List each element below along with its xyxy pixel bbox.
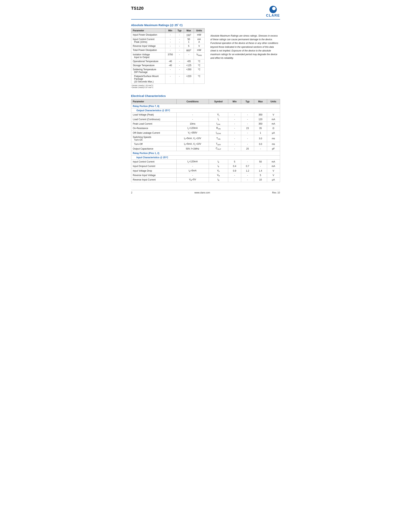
ec-col-sym: Symbol [209, 99, 228, 104]
max-cell: 3.0 [254, 135, 267, 142]
param-cell: Output Capacitance [131, 146, 176, 151]
units-cell: V [267, 113, 280, 117]
svg-point-2 [273, 8, 275, 10]
cond-cell: IL=120mA [176, 159, 209, 164]
max-cell: 1501 [184, 33, 194, 37]
units-cell: °C [194, 74, 205, 84]
ec-section-row: Relay Portion (Pins 7, 8) [131, 104, 280, 109]
table-row: Input Dropout Current - IF 0.4 0.7 - mA [131, 164, 280, 169]
sym-cell: VF [209, 169, 228, 173]
cond-cell: IF=5mA [176, 169, 209, 173]
sym-cell: IR [209, 178, 228, 182]
table-row: Switching Speeds Turn-On IF=5mA, VL=10V … [131, 135, 280, 142]
amr-table-wrap: Parameter Min Typ Max Units Input Power … [131, 28, 205, 88]
min-cell: 0.4 [228, 164, 241, 169]
sym-cell: TON [209, 135, 228, 142]
typ-cell: - [175, 74, 184, 84]
min-cell: 0.9 [228, 169, 241, 173]
typ-cell: - [175, 63, 184, 67]
units-cell: μA [267, 178, 280, 182]
units-cell: VRMS [194, 53, 205, 59]
typ-cell: - [175, 48, 184, 53]
max-cell: +220 [184, 74, 194, 84]
param-cell: Input Control Current Peak (10ms) [131, 37, 165, 44]
max-cell: +260 [184, 67, 194, 74]
typ-cell: - [175, 44, 184, 48]
typ-cell: - [241, 117, 254, 122]
table-row: Off-State Leakage Current VL=350V ILEAK … [131, 131, 280, 135]
min-cell: - [228, 135, 241, 142]
max-cell: 50 [254, 159, 267, 164]
param-cell: Total Power Dissipation [131, 48, 165, 53]
units-cell: mA [267, 159, 280, 164]
sym-cell: IF [209, 164, 228, 169]
param-cell: On-Resistance [131, 126, 176, 131]
cond-cell: - [176, 117, 209, 122]
max-cell: 5 [254, 173, 267, 177]
typ-cell: - [241, 131, 254, 135]
table-row: Input Control Current Peak (10ms) -- -- … [131, 37, 205, 44]
min-cell: -- [165, 37, 175, 44]
sym-cell: VL [209, 113, 228, 117]
min-cell: - [228, 173, 241, 177]
page-header: TS120 CLARE [131, 6, 280, 18]
max-cell: 501 [184, 37, 194, 44]
ec-col-typ: Typ [241, 99, 254, 104]
ec-col-cond: Conditions [176, 99, 209, 104]
param-cell: Reverse Input Current [131, 178, 176, 182]
table-row: Turn-Off IF=5mA, VL=10V TOFF - - 3.0 ms [131, 142, 280, 146]
param-cell: Switching Speeds Turn-On [131, 135, 176, 142]
amr-col-min: Min [165, 28, 175, 33]
table-row: Flatpack/Surface Mount Package (10 Secon… [131, 74, 205, 84]
units-cell: μA [267, 131, 280, 135]
typ-cell: - [241, 122, 254, 126]
table-row: Peak Load Current 10ms ILPK - - 350 mA [131, 122, 280, 126]
table-row: Storage Temperature -40 - +125 °C [131, 63, 205, 67]
cond-cell: 10ms [176, 122, 209, 126]
param-cell: Operational Temperature [131, 59, 165, 63]
ec-section-label: Relay Portion (Pins 7, 8) [131, 104, 280, 109]
max-cell: 8002 [184, 48, 194, 53]
sym-cell: VR [209, 173, 228, 177]
min-cell: 5 [228, 159, 241, 164]
cond-cell: IL=120mA [176, 126, 209, 131]
units-cell: mA [267, 117, 280, 122]
param-cell: Load Voltage (Peak) [131, 113, 176, 117]
footer-website: www.clare.com [194, 191, 210, 194]
units-cell: V [267, 173, 280, 177]
svg-point-0 [270, 6, 277, 13]
cond-cell: - [176, 113, 209, 117]
logo-area: CLARE [266, 6, 280, 18]
param-cell: Storage Temperature [131, 63, 165, 67]
cond-cell: IF=5mA, VL=10V [176, 142, 209, 146]
amr-table: Parameter Min Typ Max Units Input Power … [131, 28, 205, 84]
page-footer: 2 www.clare.com Rev. 10 [131, 190, 280, 194]
max-cell: 10 [254, 178, 267, 182]
product-title: TS120 [131, 6, 144, 11]
table-row: Input Power Dissipation - - 1501 mW [131, 33, 205, 37]
amr-col-max: Max [184, 28, 194, 33]
typ-cell: - [175, 59, 184, 63]
min-cell: -40 [165, 59, 175, 63]
table-row: Output Capacitance 50V; f=1MHz COUT - 25… [131, 146, 280, 151]
units-cell: °C [194, 59, 205, 63]
table-row: Load Current (Continuous) - IL - - 120 m… [131, 117, 280, 122]
logo-icon [270, 6, 277, 13]
max-cell: 5 [184, 44, 194, 48]
max-cell: 350 [254, 113, 267, 117]
ec-col-max: Max [254, 99, 267, 104]
typ-cell: - [175, 67, 184, 74]
ec-title: Electrical Characteristics [131, 94, 280, 97]
param-cell: Peak Load Current [131, 122, 176, 126]
max-cell: 1 [254, 131, 267, 135]
ec-section-label-2: Relay Portion (Pins 1, 2) [131, 151, 280, 155]
amr-table-header-row: Parameter Min Typ Max Units [131, 28, 205, 33]
max-cell: 350 [254, 122, 267, 126]
min-cell: - [165, 67, 175, 74]
units-cell: mA [267, 164, 280, 169]
min-cell: - [165, 44, 175, 48]
typ-cell: - [241, 159, 254, 164]
max-cell: - [184, 53, 194, 59]
ec-col-units: Units [267, 99, 280, 104]
units-cell: ms [267, 135, 280, 142]
